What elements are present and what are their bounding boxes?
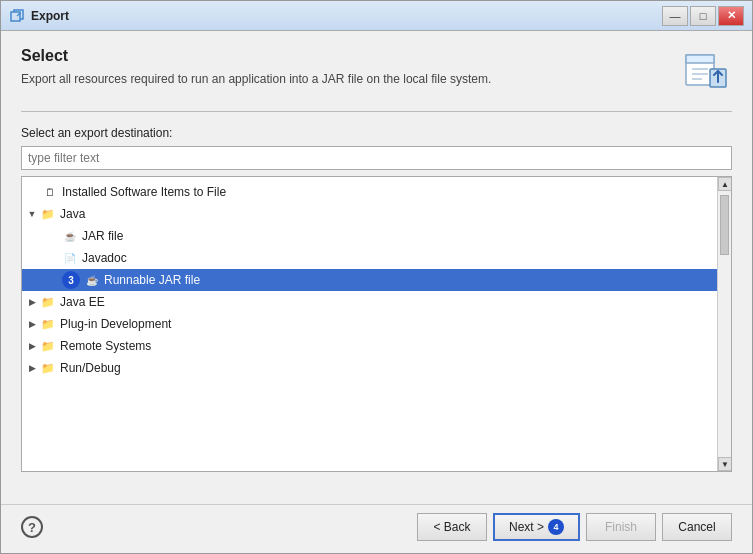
tree-item-runnable-jar[interactable]: 3 ☕ Runnable JAR file xyxy=(22,269,717,291)
javadoc-icon: 📄 xyxy=(62,250,78,266)
folder-icon: 📁 xyxy=(40,294,56,310)
runnable-jar-icon: ☕ xyxy=(84,272,100,288)
back-button[interactable]: < Back xyxy=(417,513,487,541)
scroll-up-button[interactable]: ▲ xyxy=(718,177,732,191)
dialog-footer: ? < Back Next > 4 Finish Cancel xyxy=(1,504,752,553)
step-badge: 3 xyxy=(62,271,80,289)
filter-input[interactable] xyxy=(21,146,732,170)
folder-icon: 📁 xyxy=(40,360,56,376)
tree-item-label: Javadoc xyxy=(82,251,127,265)
page-description: Export all resources required to run an … xyxy=(21,71,668,88)
tree-item-java[interactable]: ▼ 📁 Java xyxy=(22,203,717,225)
tree-item-java-ee[interactable]: ▶ 📁 Java EE xyxy=(22,291,717,313)
expand-arrow-icon: ▼ xyxy=(26,208,38,220)
header-text: Select Export all resources required to … xyxy=(21,47,668,88)
header-section: Select Export all resources required to … xyxy=(21,47,732,95)
help-button[interactable]: ? xyxy=(21,516,43,538)
file-icon: 🗒 xyxy=(42,184,58,200)
maximize-button[interactable]: □ xyxy=(690,6,716,26)
next-badge: 4 xyxy=(548,519,564,535)
collapse-arrow-icon: ▶ xyxy=(26,340,38,352)
tree-item-label: Java EE xyxy=(60,295,105,309)
cancel-button[interactable]: Cancel xyxy=(662,513,732,541)
window-icon xyxy=(9,8,25,24)
tree-item-remote-systems[interactable]: ▶ 📁 Remote Systems xyxy=(22,335,717,357)
tree-item-run-debug[interactable]: ▶ 📁 Run/Debug xyxy=(22,357,717,379)
scrollbar[interactable]: ▲ ▼ xyxy=(717,177,731,471)
collapse-arrow-icon: ▶ xyxy=(26,318,38,330)
jar-icon: ☕ xyxy=(62,228,78,244)
header-divider xyxy=(21,111,732,112)
export-dialog: Export — □ ✕ Select Export all resources… xyxy=(0,0,753,554)
tree-item-installed-software[interactable]: 🗒 Installed Software Items to File xyxy=(22,181,717,203)
close-button[interactable]: ✕ xyxy=(718,6,744,26)
tree-item-label: Remote Systems xyxy=(60,339,151,353)
finish-button[interactable]: Finish xyxy=(586,513,656,541)
tree-item-javadoc[interactable]: 📄 Javadoc xyxy=(22,247,717,269)
tree-item-label: Run/Debug xyxy=(60,361,121,375)
folder-icon: 📁 xyxy=(40,338,56,354)
svg-rect-3 xyxy=(686,55,714,63)
export-icon xyxy=(684,47,732,95)
svg-rect-0 xyxy=(11,12,20,21)
tree-item-label: JAR file xyxy=(82,229,123,243)
filter-label: Select an export destination: xyxy=(21,126,732,140)
folder-icon: 📁 xyxy=(40,316,56,332)
help-section: ? xyxy=(21,516,43,538)
page-title: Select xyxy=(21,47,668,65)
window-title: Export xyxy=(31,9,662,23)
collapse-arrow-icon: ▶ xyxy=(26,296,38,308)
tree-item-plugin-dev[interactable]: ▶ 📁 Plug-in Development xyxy=(22,313,717,335)
tree-item-label: Runnable JAR file xyxy=(104,273,200,287)
collapse-arrow-icon: ▶ xyxy=(26,362,38,374)
tree-item-label: Java xyxy=(60,207,85,221)
minimize-button[interactable]: — xyxy=(662,6,688,26)
tree-item-jar-file[interactable]: ☕ JAR file xyxy=(22,225,717,247)
action-buttons: < Back Next > 4 Finish Cancel xyxy=(417,513,732,541)
tree-list[interactable]: 🗒 Installed Software Items to File ▼ 📁 J… xyxy=(22,177,717,471)
tree-item-label: Installed Software Items to File xyxy=(62,185,226,199)
scroll-down-button[interactable]: ▼ xyxy=(718,457,732,471)
folder-icon: 📁 xyxy=(40,206,56,222)
title-bar: Export — □ ✕ xyxy=(1,1,752,31)
main-content: Select Export all resources required to … xyxy=(1,31,752,504)
tree-container: 🗒 Installed Software Items to File ▼ 📁 J… xyxy=(21,176,732,472)
window-controls: — □ ✕ xyxy=(662,6,744,26)
next-button[interactable]: Next > 4 xyxy=(493,513,580,541)
tree-item-label: Plug-in Development xyxy=(60,317,171,331)
